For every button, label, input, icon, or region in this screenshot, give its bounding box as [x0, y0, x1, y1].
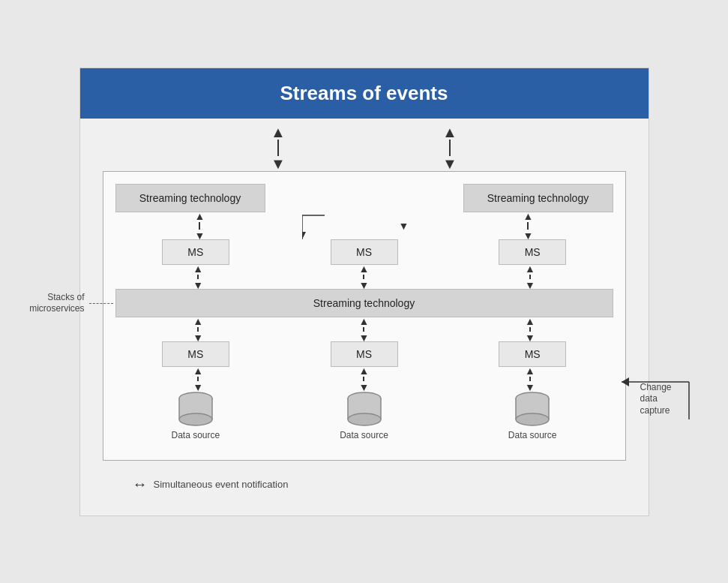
top-arrow-1-down: ▼ — [271, 156, 286, 171]
ms-box-1: MS — [162, 239, 229, 265]
ms-box-4: MS — [162, 341, 229, 367]
svg-point-10 — [179, 413, 212, 425]
svg-point-15 — [348, 413, 381, 425]
top-arrow-2-down: ▼ — [442, 156, 457, 171]
arrows-ms1-down: ▲ ▼ ▲ ▼ ▲ ▼ — [115, 265, 613, 289]
cdc-arrow-svg — [622, 367, 700, 427]
streaming-box-2: Streaming technology — [463, 184, 613, 212]
svg-point-20 — [516, 413, 549, 425]
streaming-top-row: Streaming technology Streaming technolog… — [115, 184, 613, 212]
db-cylinder-1 — [175, 391, 217, 427]
page-title: Streams of events — [95, 82, 634, 105]
footer-legend: ↔ Simultaneous event notification — [133, 476, 626, 493]
top-arrow-2: ▲ — [442, 125, 457, 140]
arrows-wide-down: ▲ ▼ ▲ ▼ ▲ ▼ — [115, 317, 613, 341]
data-source-label-1: Data source — [171, 430, 220, 440]
streaming-box-1: Streaming technology — [115, 184, 265, 212]
top-arrow-1: ▲ — [271, 125, 286, 140]
db-cylinder-2 — [343, 391, 385, 427]
ms-box-5: MS — [331, 341, 398, 367]
streaming-box-wide: Streaming technology — [115, 289, 613, 317]
svg-marker-5 — [302, 232, 306, 239]
streaming-wide-row: Streaming technology — [115, 289, 613, 317]
ms-box-2: MS — [331, 239, 398, 265]
db-cylinder-3 — [511, 391, 553, 427]
corner-arrow-svg — [302, 212, 347, 239]
legend-arrow-icon: ↔ — [133, 476, 148, 493]
ms-row-1: MS MS MS — [115, 239, 613, 265]
data-source-label-2: Data source — [340, 430, 388, 440]
arrows-ms2-down: ▲ ▼ ▲ ▼ ▲ ▼ — [115, 367, 613, 391]
db-row: Data source Data source — [115, 391, 613, 440]
middle-arrows-row: ▲ ▼ ▼ — [115, 212, 613, 239]
ms-box-3: MS — [499, 239, 566, 265]
svg-marker-1 — [622, 377, 629, 386]
data-source-label-3: Data source — [508, 430, 557, 440]
ms-box-6: MS — [499, 341, 566, 367]
header-bar: Streams of events — [80, 68, 649, 119]
legend-text: Simultaneous event notification — [154, 479, 289, 490]
diagram-wrapper: Streams of events ▲ ▼ ▲ ▼ Stacks of micr… — [79, 68, 649, 516]
stacks-label: Stacks of microservices — [17, 292, 85, 315]
ms-row-2: MS MS MS — [115, 341, 613, 367]
